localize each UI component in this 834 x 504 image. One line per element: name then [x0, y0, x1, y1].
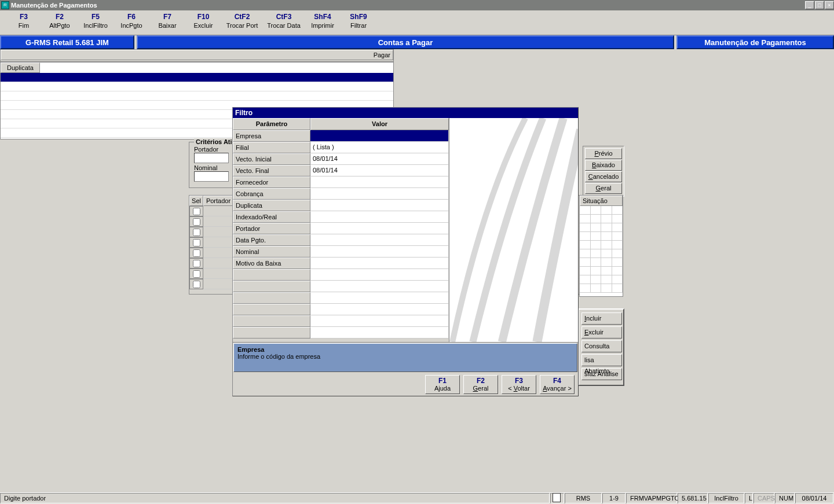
duplicata-row[interactable] [1, 82, 393, 91]
window-title: Manutenção de Pagamentos [11, 2, 804, 9]
filtro-row-vecto-final[interactable]: Vecto. Final08/01/14 [233, 165, 449, 176]
copy-icon [554, 494, 561, 502]
row-checkbox[interactable] [193, 270, 200, 278]
fk-shf4-imprimir[interactable]: ShF4Imprimir [305, 13, 341, 35]
fk-f6-incpgto[interactable]: F6IncPgto [114, 13, 149, 35]
filtro-row-indexado-real[interactable]: Indexado/Real [233, 211, 449, 223]
row-checkbox[interactable] [193, 239, 200, 247]
pagar-header: Pagar [1, 50, 393, 60]
filtro-row-data-pgto[interactable]: Data Pgto. [233, 234, 449, 246]
status-version: 5.681.15 [678, 493, 708, 503]
function-key-toolbar: F3Fim F2AltPgto F5InclFiltro F6IncPgto F… [0, 10, 834, 35]
window-title-bar: R Manutenção de Pagamentos _ □ × [0, 0, 834, 10]
situacao-header: Situação [580, 196, 623, 206]
filtro-row-vecto-inicial[interactable]: Vecto. Inicial08/01/14 [233, 153, 449, 165]
excluir-button[interactable]: Excluir [581, 326, 622, 339]
nominal-input[interactable] [194, 171, 229, 182]
row-checkbox[interactable] [193, 229, 200, 236]
hint-title: Empresa [237, 346, 573, 353]
filtro-row-filial[interactable]: Filial( Lista ) [233, 142, 449, 153]
fk-f2-altpgto[interactable]: F2AltPgto [42, 13, 78, 35]
filtro-row-blank [233, 315, 449, 327]
row-checkbox[interactable] [193, 281, 200, 288]
col-portador[interactable]: Portador [203, 196, 233, 206]
status-form: FRMVAPMPGTO [626, 493, 677, 503]
section-banner: G-RMS Retail 5.681 JIM Contas a Pagar Ma… [0, 35, 834, 49]
fk-f7-baixar[interactable]: F7Baixar [149, 13, 185, 35]
filtro-row-portador[interactable]: Portador [233, 223, 449, 234]
filtro-f4-avancar[interactable]: F4Avançar > [540, 375, 575, 394]
filtro-row-fornecedor[interactable]: Fornecedor [233, 176, 449, 188]
fk-shf9-filtrar[interactable]: ShF9Filtrar [341, 13, 376, 35]
filtro-row-blank [233, 327, 449, 339]
filtro-row-blank [233, 269, 449, 281]
incluir-button[interactable]: Incluir [581, 312, 622, 325]
row-checkbox[interactable] [193, 208, 200, 215]
situacao-grid [580, 206, 623, 293]
filtro-f3-voltar[interactable]: F3< Voltar [502, 375, 536, 394]
fk-f5-inclfiltro[interactable]: F5InclFiltro [78, 13, 114, 35]
col-duplicata[interactable]: Duplicata [1, 62, 40, 73]
filtro-row-duplicata[interactable]: Duplicata [233, 200, 449, 211]
fk-f3-fim[interactable]: F3Fim [6, 13, 42, 35]
filtro-buttons: F1Ajuda F2Geral F3< Voltar F4Avançar > [233, 373, 578, 396]
status-bar: Digite portador RMS 1-9 FRMVAPMPGTO 5.68… [0, 492, 834, 504]
col-parametro: Parâmetro [233, 118, 310, 130]
filtro-title: Filtro [233, 108, 578, 118]
col-valor: Valor [310, 118, 449, 130]
lisa-abatimto-button[interactable]: lisa Abatimto. [581, 354, 622, 366]
portador-input[interactable] [194, 153, 229, 163]
filtro-row-motivo-baixa[interactable]: Motivo da Baixa [233, 257, 449, 269]
fk-ctf2-trocarport[interactable]: CtF2Trocar Port [221, 13, 263, 35]
pagar-panel: Pagar [0, 49, 394, 62]
banner-right: Manutenção de Pagamentos [676, 35, 834, 49]
app-icon: R [1, 1, 9, 9]
status-caps: CAPS [753, 493, 774, 503]
criterios-legend: Critérios Ati [194, 138, 234, 145]
fk-f10-excluir[interactable]: F10Excluir [185, 13, 221, 35]
filtro-grid: Parâmetro Valor Empresa Filial( Lista ) … [233, 118, 449, 342]
baixado-button[interactable]: Baixado [585, 160, 622, 171]
hint-desc: Informe o código da empresa [237, 353, 573, 360]
maximize-button[interactable]: □ [815, 1, 824, 9]
filtro-row-blank [233, 304, 449, 315]
status-message: Digite portador [0, 493, 550, 503]
action-buttons: Incluir Excluir Consulta lisa Abatimto. … [578, 308, 624, 386]
filtro-row-empresa[interactable]: Empresa [233, 130, 449, 142]
status-mode: InclFiltro [708, 493, 744, 503]
status-range: 1-9 [602, 493, 626, 503]
row-checkbox[interactable] [193, 218, 200, 226]
duplicata-row[interactable] [1, 91, 393, 101]
filtro-row-nominal[interactable]: Nominal [233, 246, 449, 257]
status-l: L [745, 493, 753, 503]
status-app: RMS [565, 493, 602, 503]
status-copy-icon[interactable] [550, 493, 564, 503]
situacao-panel: Situação [579, 195, 623, 297]
filtro-hint: Empresa Informe o código da empresa [233, 343, 577, 372]
banner-left: G-RMS Retail 5.681 JIM [0, 35, 134, 49]
fk-ctf3-trocardata[interactable]: CtF3Trocar Data [263, 13, 305, 35]
row-checkbox[interactable] [193, 249, 200, 257]
duplicata-row-selected[interactable] [1, 73, 393, 82]
minimize-button[interactable]: _ [805, 1, 814, 9]
status-filter-buttons: Prévio Baixado Cancelado Geral [583, 146, 624, 197]
main-area: Critérios Ati Portador Nominal Sel Porta… [0, 49, 834, 479]
sfaz-analise-button[interactable]: sfaz Análise [581, 368, 622, 380]
row-checkbox[interactable] [193, 260, 200, 267]
col-sel[interactable]: Sel [189, 196, 203, 206]
filtro-f2-geral[interactable]: F2Geral [463, 375, 498, 394]
filtro-graphic [449, 118, 578, 342]
filtro-dialog: Filtro Parâmetro Valor Empresa Filial( L… [232, 107, 579, 396]
geral-button[interactable]: Geral [585, 183, 622, 194]
filtro-row-blank [233, 281, 449, 292]
filtro-f1-ajuda[interactable]: F1Ajuda [425, 375, 460, 394]
status-date: 08/01/14 [795, 493, 833, 503]
cancelado-button[interactable]: Cancelado [585, 171, 622, 182]
status-num: NUM [775, 493, 795, 503]
consulta-button[interactable]: Consulta [581, 340, 622, 352]
filtro-row-blank [233, 292, 449, 304]
close-button[interactable]: × [825, 1, 834, 9]
banner-mid: Contas a Pagar [137, 35, 674, 49]
filtro-row-cobranca[interactable]: Cobrança [233, 188, 449, 200]
previo-button[interactable]: Prévio [585, 148, 622, 159]
